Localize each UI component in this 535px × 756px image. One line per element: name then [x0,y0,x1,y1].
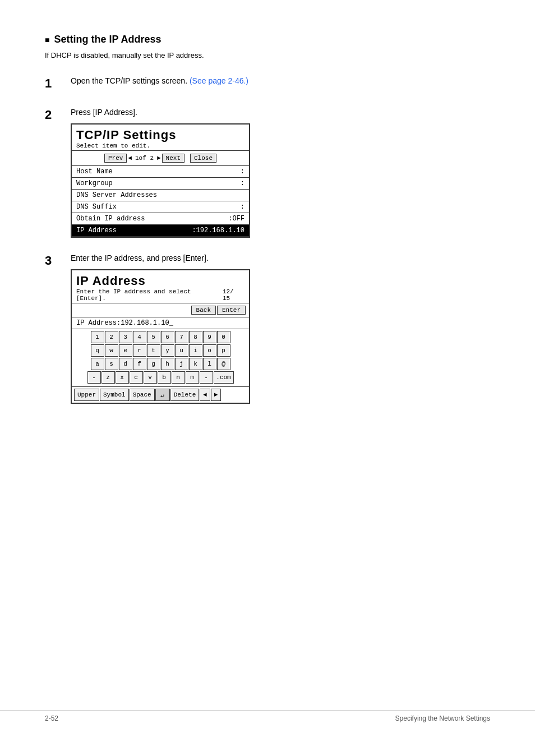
key-upper[interactable]: Upper [74,389,99,401]
key-5[interactable]: 5 [147,331,160,343]
tcpip-row-workgroup-label: Workgroup [76,179,238,187]
tcpip-next-arrow: ► [157,155,161,162]
key-g[interactable]: g [147,358,160,370]
key-symbol[interactable]: Symbol [100,389,129,401]
keyboard-row-numbers: 1 2 3 4 5 6 7 8 9 0 [74,331,247,343]
key-delete[interactable]: Delete [170,389,200,401]
tcpip-row-dns-suffix[interactable]: DNS Suffix : [72,201,249,213]
keyboard-row-asdf: a s d f g h j k l @ [74,358,247,370]
key-return[interactable]: ↵ [155,389,170,401]
tcpip-row-obtain-ip[interactable]: Obtain IP address :OFF [72,213,249,225]
step-1-link[interactable]: (See page 2-46.) [190,76,248,85]
key-n[interactable]: n [172,371,185,384]
key-dash2[interactable]: - [200,371,213,384]
step-3-number: 3 [45,255,62,267]
tcpip-prev-button[interactable]: Prev [104,154,127,163]
key-v[interactable]: v [144,371,157,384]
step-2-content: Press [IP Address]. TCP/IP Settings Sele… [71,108,490,238]
tcpip-subtitle: Select item to edit. [76,142,245,149]
step-1-text-main: Open the TCP/IP settings screen. [71,76,187,85]
step-1-content: Open the TCP/IP settings screen. (See pa… [71,76,490,92]
key-dash[interactable]: - [87,371,101,384]
key-c[interactable]: c [130,371,143,384]
ip-header: IP Address Enter the IP address and sele… [72,270,249,303]
tcpip-row-hostname-label: Host Name [76,168,238,176]
footer-section: Specifying the Network Settings [395,714,490,722]
key-9[interactable]: 9 [203,331,216,343]
key-d[interactable]: d [119,358,132,370]
key-left-arrow[interactable]: ◄ [200,389,210,401]
ip-address-display: IP Address:192.168.1.10_ [72,317,249,329]
step-3-content: Enter the IP address, and press [Enter].… [71,253,490,404]
step-3: 3 Enter the IP address, and press [Enter… [45,253,490,404]
tcpip-close-button[interactable]: Close [190,154,216,163]
key-l[interactable]: l [203,358,216,370]
key-w[interactable]: w [105,344,118,357]
key-1[interactable]: 1 [91,331,104,343]
tcpip-row-hostname[interactable]: Host Name : [72,166,249,178]
key-8[interactable]: 8 [189,331,202,343]
ip-back-button[interactable]: Back [191,306,216,315]
tcpip-next-button[interactable]: Next [162,154,185,163]
key-t[interactable]: t [147,344,160,357]
key-7[interactable]: 7 [175,331,188,343]
key-k[interactable]: k [189,358,202,370]
key-i[interactable]: i [189,344,202,357]
key-3[interactable]: 3 [119,331,132,343]
key-y[interactable]: y [161,344,174,357]
tcpip-row-obtain-ip-value: :OFF [228,215,245,223]
key-r[interactable]: r [133,344,146,357]
section-title: Setting the IP Address [45,34,490,45]
tcpip-row-workgroup[interactable]: Workgroup : [72,178,249,190]
key-b[interactable]: b [158,371,171,384]
ip-actions: Back Enter [72,303,249,317]
ip-subtitle: Enter the IP address and select [Enter]. [76,288,223,302]
ip-title: IP Address [76,274,245,288]
key-4[interactable]: 4 [133,331,146,343]
key-e[interactable]: e [119,344,132,357]
key-0[interactable]: 0 [217,331,230,343]
keyboard-row-qwerty: q w e r t y u i o p [74,344,247,357]
step-2-text: Press [IP Address]. [71,108,490,117]
keyboard-bottom-bar: Upper Symbol Space ↵ Delete ◄ ► [72,386,249,403]
step-2-number: 2 [45,109,62,121]
tcpip-row-ip-address[interactable]: IP Address :192.168.1.10 [72,225,249,237]
tcpip-row-ip-address-value: :192.168.1.10 [192,227,245,234]
key-p[interactable]: p [217,344,230,357]
key-right-arrow[interactable]: ► [211,389,222,401]
tcpip-row-hostname-value: : [241,168,245,176]
key-q[interactable]: q [91,344,104,357]
key-2[interactable]: 2 [105,331,118,343]
key-u[interactable]: u [175,344,188,357]
key-space[interactable]: Space [130,389,155,401]
step-1-number: 1 [45,77,62,90]
key-at[interactable]: @ [217,358,230,370]
tcpip-row-dns-server[interactable]: DNS Server Addresses [72,190,249,201]
key-s[interactable]: s [105,358,118,370]
section-subtitle: If DHCP is disabled, manually set the IP… [45,51,490,59]
step-1: 1 Open the TCP/IP settings screen. (See … [45,76,490,92]
tcpip-title: TCP/IP Settings [76,128,245,142]
tcpip-row-workgroup-value: : [241,179,245,187]
key-a[interactable]: a [91,358,104,370]
key-x[interactable]: x [116,371,129,384]
key-j[interactable]: j [175,358,188,370]
tcpip-row-ip-address-label: IP Address [76,227,190,234]
key-dotcom[interactable]: .com [214,371,234,384]
key-m[interactable]: m [186,371,199,384]
key-h[interactable]: h [161,358,174,370]
key-o[interactable]: o [203,344,216,357]
ip-counter: 12/ 15 [223,288,245,302]
tcpip-nav: Prev ◄ 1of 2 ► Next Close [72,151,249,166]
tcpip-header: TCP/IP Settings Select item to edit. [72,125,249,151]
key-6[interactable]: 6 [161,331,174,343]
ip-subtitle-row: Enter the IP address and select [Enter].… [76,288,245,302]
key-z[interactable]: z [102,371,115,384]
footer: 2-52 Specifying the Network Settings [0,711,535,722]
step-3-text: Enter the IP address, and press [Enter]. [71,253,490,262]
tcpip-settings-panel: TCP/IP Settings Select item to edit. Pre… [71,123,250,238]
key-f[interactable]: f [133,358,146,370]
ip-enter-button[interactable]: Enter [217,306,246,315]
tcpip-row-dns-suffix-label: DNS Suffix [76,203,238,211]
keyboard: 1 2 3 4 5 6 7 8 9 0 q w [72,329,249,386]
